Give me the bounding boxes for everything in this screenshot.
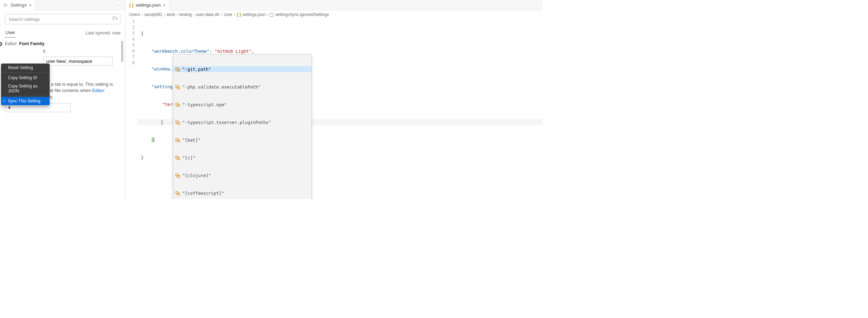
setting-context-menu: Reset Setting Copy Setting ID Copy Setti… <box>1 64 50 105</box>
setting-editor-font-family[interactable]: Editor: Font Family y. <box>5 41 118 66</box>
enum-icon <box>175 103 180 107</box>
suggest-widget[interactable]: "-git.path" "-php.validate.executablePat… <box>173 54 312 199</box>
settings-search-wrap <box>5 14 120 24</box>
text-cursor <box>162 120 162 125</box>
svg-rect-23 <box>177 193 180 195</box>
tab-title: Settings <box>10 2 27 8</box>
enum-icon <box>175 120 180 125</box>
line-number-gutter: 1 2 3 4 5 6 7 8 <box>126 19 137 199</box>
breadcrumb-item[interactable]: settingsSync.ignoredSettings <box>275 12 329 17</box>
menu-reset-setting[interactable]: Reset Setting <box>1 64 50 72</box>
close-icon[interactable]: × <box>29 2 32 8</box>
suggest-item[interactable]: "[coffeescript]" <box>173 190 311 196</box>
scrollbar-thumb[interactable] <box>121 41 123 62</box>
setting-description: y. <box>43 48 118 54</box>
enum-icon <box>175 174 180 178</box>
svg-rect-11 <box>177 87 180 89</box>
tab-settings[interactable]: Settings × <box>0 0 35 10</box>
breadcrumb-item[interactable]: testing <box>180 12 192 17</box>
enum-icon <box>175 138 180 142</box>
svg-rect-16 <box>175 139 178 141</box>
editor-pane: { } settings.json × Users› sandy081› wor… <box>126 0 543 199</box>
suggest-item[interactable]: "[bat]" <box>173 137 311 143</box>
menu-separator <box>1 73 50 73</box>
menu-copy-setting-id[interactable]: Copy Setting ID <box>1 74 50 82</box>
json-file-icon: { } <box>129 3 134 8</box>
svg-rect-19 <box>177 158 180 160</box>
settings-scope-row: User Last synced: now <box>5 28 120 37</box>
svg-rect-21 <box>177 175 180 177</box>
svg-rect-18 <box>175 156 178 158</box>
enum-icon <box>175 156 180 160</box>
breadcrumb-item[interactable]: User <box>224 12 232 17</box>
tab-bar-left: Settings × ··· <box>0 0 125 10</box>
text-editor[interactable]: 1 2 3 4 5 6 7 8 { "workbench.colorTheme"… <box>126 19 543 199</box>
gear-icon[interactable] <box>0 42 3 47</box>
svg-rect-15 <box>177 122 180 124</box>
suggest-item[interactable]: "[c]" <box>173 155 311 161</box>
svg-rect-13 <box>177 104 180 107</box>
menu-sync-this-setting[interactable]: ✓ Sync This Setting <box>1 97 50 105</box>
settings-list-icon <box>3 3 8 7</box>
breadcrumb-item[interactable]: work <box>166 12 175 17</box>
clear-filter-icon[interactable] <box>112 16 118 20</box>
close-icon[interactable]: × <box>163 2 166 8</box>
check-icon: ✓ <box>3 99 6 103</box>
suggest-item[interactable]: "-git.path" <box>173 66 311 72</box>
tab-bar-right: { } settings.json × <box>126 0 543 10</box>
svg-rect-8 <box>175 68 178 70</box>
tab-overflow-button[interactable]: ··· <box>116 2 125 8</box>
suggest-item[interactable]: "-typescript.npm" <box>173 102 311 108</box>
breadcrumbs[interactable]: Users› sandy081› work› testing› user-dat… <box>126 10 543 19</box>
suggest-item[interactable]: "-typescript.tsserver.pluginPaths" <box>173 119 311 125</box>
svg-rect-17 <box>177 140 180 142</box>
tab-settings-json[interactable]: { } settings.json × <box>126 0 169 10</box>
settings-pane: Settings × ··· User Last synced: now Edi… <box>0 0 126 199</box>
suggest-item[interactable]: "[clojure]" <box>173 173 311 178</box>
menu-copy-setting-json[interactable]: Copy Setting as JSON <box>1 82 50 95</box>
enum-icon <box>175 67 180 72</box>
tab-title: settings.json <box>136 2 161 8</box>
enum-icon <box>175 85 180 89</box>
breadcrumb-item[interactable]: user-data-dir <box>196 12 219 17</box>
search-input[interactable] <box>5 14 120 24</box>
svg-rect-20 <box>175 174 178 176</box>
breadcrumb-item[interactable]: sandy081 <box>144 12 162 17</box>
code-content[interactable]: { "workbench.colorTheme": "GitHub Light"… <box>137 19 543 199</box>
json-file-icon: { } <box>236 12 241 17</box>
array-icon <box>270 13 273 17</box>
scope-tab-user[interactable]: User <box>5 28 16 37</box>
svg-rect-10 <box>175 85 178 87</box>
svg-rect-9 <box>177 69 180 71</box>
svg-rect-12 <box>175 103 178 105</box>
suggest-item[interactable]: "-php.validate.executablePath" <box>173 84 311 90</box>
breadcrumb-item[interactable]: Users <box>129 12 140 17</box>
last-synced-label: Last synced: now <box>86 30 120 35</box>
font-family-input[interactable] <box>43 57 112 66</box>
svg-rect-22 <box>175 192 178 194</box>
enum-icon <box>175 191 180 195</box>
breadcrumb-item[interactable]: settings.json <box>242 12 266 17</box>
menu-separator <box>1 96 50 96</box>
settings-body: User Last synced: now Editor: Font Famil… <box>0 10 125 119</box>
svg-rect-14 <box>175 121 178 123</box>
setting-label: Editor: Font Family <box>5 41 118 46</box>
